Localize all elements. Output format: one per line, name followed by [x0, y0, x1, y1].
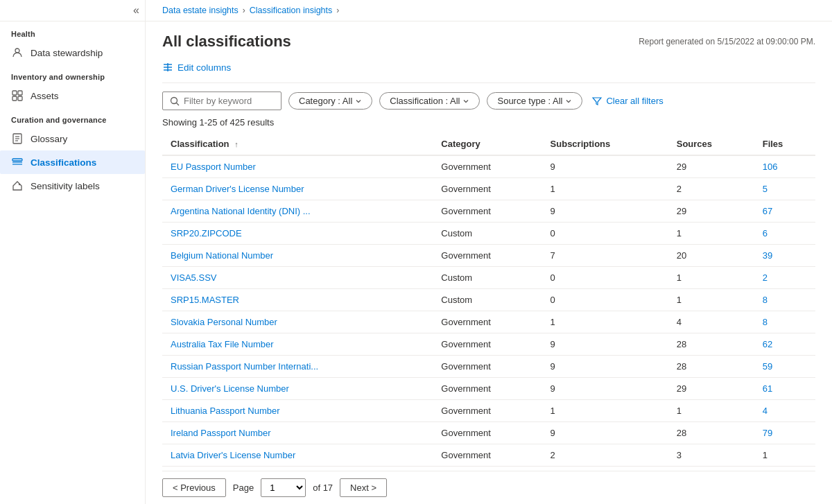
classification-cell[interactable]: Latvia Driver's License Number	[162, 444, 433, 467]
subscriptions-cell: 2	[542, 444, 668, 467]
files-cell[interactable]: 5	[754, 178, 815, 200]
sources-cell: 29	[668, 378, 754, 400]
edit-columns-icon	[162, 62, 173, 73]
collapse-icon[interactable]: «	[133, 4, 139, 17]
search-input[interactable]	[184, 96, 274, 106]
classification-cell[interactable]: Australia Tax File Number	[162, 333, 433, 356]
files-cell: 1	[754, 444, 815, 467]
classification-cell[interactable]: Belgium National Number	[162, 245, 433, 267]
classification-cell[interactable]: Ireland Passport Number	[162, 422, 433, 444]
table-row: Russian Passport Number Internati...Gove…	[162, 356, 815, 378]
sidebar-item-assets[interactable]: Assets	[0, 84, 145, 107]
sidebar-item-classifications[interactable]: Classifications	[0, 150, 145, 174]
classification-cell[interactable]: Lithuania Passport Number	[162, 400, 433, 422]
filter-keyword-wrapper[interactable]	[162, 92, 281, 110]
table-row: EU Passport NumberGovernment929106	[162, 155, 815, 178]
classification-cell[interactable]: Argentina National Identity (DNI) ...	[162, 200, 433, 223]
svg-point-17	[171, 97, 177, 103]
main-content: Data estate insights › Classification in…	[146, 0, 832, 504]
page-select[interactable]: 1234567891011121314151617	[261, 478, 306, 497]
svg-rect-3	[12, 96, 17, 101]
files-cell[interactable]: 6	[754, 223, 815, 245]
col-header-sources: Sources	[668, 133, 754, 155]
files-cell[interactable]: 4	[754, 400, 815, 422]
category-cell: Government	[433, 178, 541, 200]
category-cell: Government	[433, 356, 541, 378]
classification-cell[interactable]: SRP20.ZIPCODE	[162, 223, 433, 245]
sidebar-item-sensitivity-labels[interactable]: Sensitivity labels	[0, 174, 145, 198]
files-cell[interactable]: 8	[754, 311, 815, 333]
table-row: Slovakia Personal NumberGovernment148	[162, 311, 815, 333]
previous-button[interactable]: < Previous	[162, 478, 226, 497]
breadcrumb-data-estate[interactable]: Data estate insights	[162, 6, 239, 15]
files-cell[interactable]: 61	[754, 378, 815, 400]
files-cell[interactable]: 8	[754, 289, 815, 311]
clear-filters-label: Clear all filters	[606, 96, 663, 106]
category-cell: Government	[433, 378, 541, 400]
files-cell[interactable]: 67	[754, 200, 815, 223]
sources-cell: 29	[668, 200, 754, 223]
page-label: Page	[233, 483, 254, 493]
col-header-category: Category	[433, 133, 541, 155]
classification-cell[interactable]: Slovakia Personal Number	[162, 311, 433, 333]
sources-cell: 28	[668, 333, 754, 356]
table-row: Belgium National NumberGovernment72039	[162, 245, 815, 267]
clear-filters-button[interactable]: Clear all filters	[592, 96, 663, 106]
classification-cell[interactable]: U.S. Driver's License Number	[162, 378, 433, 400]
classifications-table: Classification ↑ Category Subscriptions …	[162, 133, 815, 467]
sidebar-item-label: Data stewardship	[31, 48, 103, 58]
edit-columns-button[interactable]: Edit columns	[162, 59, 231, 76]
table-row: SRP20.ZIPCODECustom016	[162, 223, 815, 245]
col-header-files: Files	[754, 133, 815, 155]
subscriptions-cell: 0	[542, 223, 668, 245]
sidebar: « Health Data stewardship Inventory and …	[0, 0, 146, 504]
subscriptions-cell: 9	[542, 422, 668, 444]
classification-cell[interactable]: VISA5.SSV	[162, 267, 433, 289]
category-filter-button[interactable]: Category : All	[288, 92, 372, 110]
sidebar-item-data-stewardship[interactable]: Data stewardship	[0, 41, 145, 64]
sensitivity-labels-icon	[11, 180, 24, 192]
sources-cell: 1	[668, 400, 754, 422]
col-header-subscriptions: Subscriptions	[542, 133, 668, 155]
svg-rect-2	[18, 91, 22, 95]
classification-cell[interactable]: German Driver's License Number	[162, 178, 433, 200]
chevron-down-icon	[462, 98, 469, 105]
sort-asc-icon: ↑	[234, 140, 239, 148]
sidebar-collapse-btn[interactable]: «	[0, 0, 145, 21]
toolbar: Edit columns	[162, 59, 815, 83]
subscriptions-cell: 9	[542, 356, 668, 378]
category-cell: Government	[433, 200, 541, 223]
source-type-filter-button[interactable]: Source type : All	[487, 92, 582, 110]
breadcrumb-classification-insights[interactable]: Classification insights	[250, 6, 333, 15]
subscriptions-cell: 7	[542, 245, 668, 267]
files-cell[interactable]: 2	[754, 267, 815, 289]
sidebar-item-label: Assets	[31, 91, 59, 101]
classification-cell[interactable]: EU Passport Number	[162, 155, 433, 178]
sources-cell: 4	[668, 311, 754, 333]
classification-cell[interactable]: Russian Passport Number Internati...	[162, 356, 433, 378]
files-cell[interactable]: 59	[754, 356, 815, 378]
subscriptions-cell: 0	[542, 289, 668, 311]
files-cell[interactable]: 62	[754, 333, 815, 356]
next-button[interactable]: Next >	[340, 478, 387, 497]
files-cell[interactable]: 39	[754, 245, 815, 267]
chevron-down-icon	[355, 98, 362, 105]
table-row: Australia Tax File NumberGovernment92862	[162, 333, 815, 356]
col-header-classification[interactable]: Classification ↑	[162, 133, 433, 155]
data-table-wrapper[interactable]: Classification ↑ Category Subscriptions …	[162, 133, 815, 471]
page-header: All classifications Report generated on …	[162, 33, 815, 51]
sources-cell: 3	[668, 444, 754, 467]
svg-point-12	[19, 184, 20, 185]
files-cell[interactable]: 79	[754, 422, 815, 444]
svg-rect-1	[12, 91, 17, 95]
subscriptions-cell: 1	[542, 178, 668, 200]
classifications-icon	[11, 156, 24, 168]
category-cell: Government	[433, 311, 541, 333]
category-cell: Government	[433, 400, 541, 422]
sources-cell: 28	[668, 356, 754, 378]
classification-filter-button[interactable]: Classification : All	[379, 92, 480, 110]
sidebar-item-glossary[interactable]: Glossary	[0, 127, 145, 150]
files-cell[interactable]: 106	[754, 155, 815, 178]
classification-cell[interactable]: SRP15.MASTER	[162, 289, 433, 311]
report-time: Report generated on 5/15/2022 at 09:00:0…	[639, 37, 815, 46]
